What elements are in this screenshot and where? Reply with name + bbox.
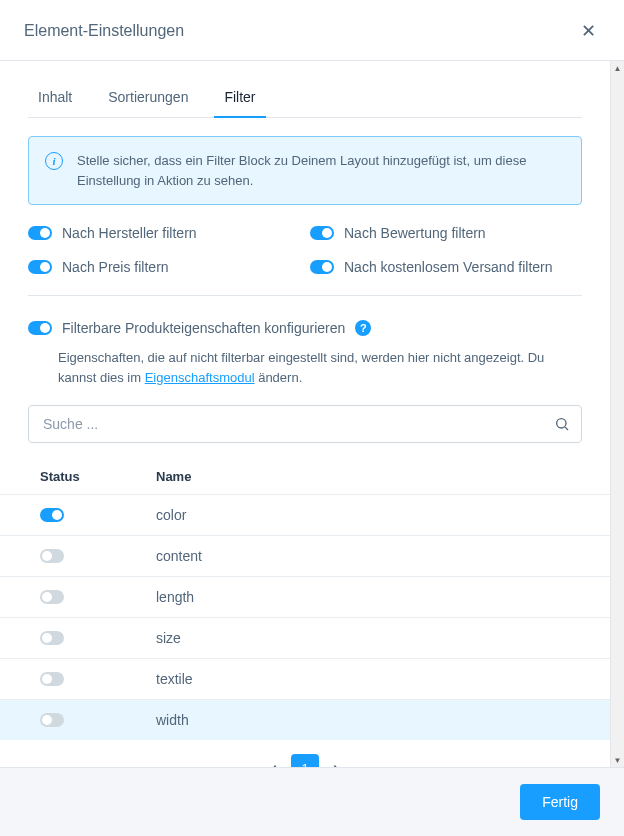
- close-icon: ✕: [581, 21, 596, 41]
- property-status-toggle[interactable]: [40, 549, 64, 563]
- filter-rating-row: Nach Bewertung filtern: [310, 225, 582, 241]
- config-properties-toggle[interactable]: [28, 321, 52, 335]
- close-button[interactable]: ✕: [577, 16, 600, 46]
- table-row[interactable]: textile: [0, 658, 610, 699]
- filter-price-label: Nach Preis filtern: [62, 259, 169, 275]
- chevron-right-icon: ›: [333, 759, 338, 767]
- filter-manufacturer-label: Nach Hersteller filtern: [62, 225, 197, 241]
- search-input[interactable]: [28, 405, 582, 443]
- pagination-prev[interactable]: ‹: [272, 759, 277, 767]
- property-name: textile: [156, 671, 582, 687]
- pagination-next[interactable]: ›: [333, 759, 338, 767]
- table-row[interactable]: size: [0, 617, 610, 658]
- tabs: InhaltSortierungenFilter: [28, 79, 582, 118]
- svg-point-0: [557, 419, 566, 428]
- filter-shipping-label: Nach kostenlosem Versand filtern: [344, 259, 553, 275]
- table-row[interactable]: width: [0, 699, 610, 740]
- tab-filter[interactable]: Filter: [206, 79, 273, 117]
- filter-shipping-row: Nach kostenlosem Versand filtern: [310, 259, 582, 275]
- config-properties-description: Eigenschaften, die auf nicht filterbar e…: [58, 348, 582, 387]
- table-row[interactable]: color: [0, 494, 610, 535]
- pagination: ‹ 1 ›: [0, 740, 610, 767]
- property-name: width: [156, 712, 582, 728]
- vertical-scrollbar[interactable]: ▲ ▼: [610, 61, 624, 767]
- info-alert-text: Stelle sicher, dass ein Filter Block zu …: [77, 151, 565, 190]
- filter-rating-toggle[interactable]: [310, 226, 334, 240]
- scroll-up-arrow[interactable]: ▲: [611, 61, 624, 75]
- chevron-left-icon: ‹: [272, 759, 277, 767]
- table-row[interactable]: length: [0, 576, 610, 617]
- filter-manufacturer-row: Nach Hersteller filtern: [28, 225, 300, 241]
- property-status-toggle[interactable]: [40, 672, 64, 686]
- search-icon[interactable]: [554, 416, 570, 432]
- help-icon[interactable]: ?: [355, 320, 371, 336]
- filter-shipping-toggle[interactable]: [310, 260, 334, 274]
- property-name: color: [156, 507, 582, 523]
- property-name: size: [156, 630, 582, 646]
- info-icon: i: [45, 152, 63, 170]
- property-name: content: [156, 548, 582, 564]
- property-status-toggle[interactable]: [40, 508, 64, 522]
- config-properties-label: Filterbare Produkteigenschaften konfigur…: [62, 320, 345, 336]
- property-name: length: [156, 589, 582, 605]
- properties-table: Status Name colorcontentlengthsizetextil…: [0, 459, 610, 740]
- column-name-header: Name: [156, 469, 582, 484]
- property-status-toggle[interactable]: [40, 631, 64, 645]
- property-status-toggle[interactable]: [40, 713, 64, 727]
- scroll-down-arrow[interactable]: ▼: [611, 753, 624, 767]
- info-alert: i Stelle sicher, dass ein Filter Block z…: [28, 136, 582, 205]
- divider: [28, 295, 582, 296]
- filter-manufacturer-toggle[interactable]: [28, 226, 52, 240]
- column-status-header: Status: [40, 469, 156, 484]
- tab-sortierungen[interactable]: Sortierungen: [90, 79, 206, 117]
- svg-line-1: [565, 427, 568, 430]
- pagination-page-current[interactable]: 1: [291, 754, 319, 767]
- done-button[interactable]: Fertig: [520, 784, 600, 820]
- table-row[interactable]: content: [0, 535, 610, 576]
- tab-inhalt[interactable]: Inhalt: [28, 79, 90, 117]
- filter-rating-label: Nach Bewertung filtern: [344, 225, 486, 241]
- property-status-toggle[interactable]: [40, 590, 64, 604]
- page-title: Element-Einstellungen: [24, 22, 184, 40]
- properties-module-link[interactable]: Eigenschaftsmodul: [145, 370, 255, 385]
- filter-price-row: Nach Preis filtern: [28, 259, 300, 275]
- filter-price-toggle[interactable]: [28, 260, 52, 274]
- config-properties-row: Filterbare Produkteigenschaften konfigur…: [28, 320, 582, 336]
